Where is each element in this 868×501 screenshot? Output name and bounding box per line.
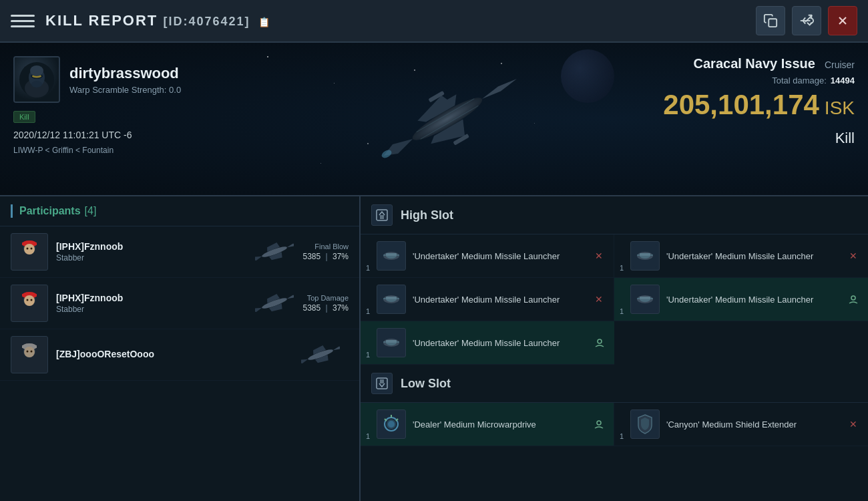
list-item[interactable]: 1 'Undertaker' Medium Missile Launcher [614, 278, 868, 321]
svg-point-10 [31, 81, 42, 88]
svg-marker-30 [287, 242, 294, 248]
module-icon [630, 241, 660, 271]
module-count: 1 [366, 351, 370, 359]
svg-point-51 [27, 351, 29, 353]
ship-area [227, 43, 668, 195]
participant-stats: Final Blow 5385 | 37% [302, 242, 349, 261]
low-slot-icon [371, 373, 393, 394]
damage-row: Total damage: 14494 [772, 75, 855, 86]
avatar [11, 285, 48, 322]
svg-point-52 [31, 351, 33, 353]
participants-panel[interactable]: Participants [4] [IPH [0, 196, 361, 501]
menu-icon[interactable] [11, 9, 35, 33]
module-name: 'Undertaker' Medium Missile Launcher [413, 295, 586, 305]
module-icon [377, 409, 406, 439]
ship-thumbnail [300, 341, 341, 368]
svg-point-40 [31, 299, 33, 301]
damage-value: 5385 [302, 252, 320, 261]
svg-marker-54 [333, 345, 340, 351]
module-icon [377, 241, 406, 271]
close-button[interactable] [828, 6, 857, 35]
list-item[interactable]: 1 'Canyon' Medium Shield Extender ✕ [614, 403, 868, 446]
participant-stats: Top Damage 5385 | 37% [302, 294, 349, 313]
kill-date: 2020/12/12 11:01:21 UTC -6 [13, 130, 214, 140]
list-item[interactable]: [IPHX]Fznnoob Stabber Top Damage [0, 278, 359, 329]
svg-marker-31 [255, 255, 262, 262]
header: KILL REPORT [ID:4076421] 📋 [0, 0, 868, 43]
svg-point-28 [31, 248, 33, 250]
module-icon [630, 409, 660, 439]
participant-name: [IPHX]Fznnoob [56, 293, 246, 303]
avatar [11, 336, 48, 373]
svg-rect-59 [380, 215, 384, 219]
copy-icon[interactable]: 📋 [258, 17, 271, 27]
ship-thumbnail [254, 290, 294, 317]
list-item[interactable]: 1 'Undertaker' Medium Missile Launcher [361, 321, 614, 365]
list-item[interactable]: 1 'Undertaker' Medium Missile Launcher ✕ [361, 278, 614, 321]
info-right: Caracal Navy Issue Cruiser Total damage:… [668, 43, 868, 195]
module-count: 1 [620, 432, 624, 440]
module-status-icon [593, 336, 606, 349]
total-damage-label: Total damage: [772, 75, 827, 86]
high-slot-icon [371, 204, 393, 226]
slots-panel[interactable]: High Slot 1 'Undertaker' Medium Missile … [361, 196, 868, 501]
list-item[interactable]: [IPHX]Fznnoob Stabber Final Blow [0, 226, 359, 278]
total-damage-value: 14494 [831, 75, 855, 86]
isk-row: 205,101,174 ISK [663, 90, 855, 120]
list-item[interactable]: 1 'Undertaker' Medium Missile Launcher ✕ [614, 234, 868, 278]
participant-name: [ZBJ]oooOResetOooo [56, 349, 292, 359]
svg-rect-89 [383, 341, 386, 343]
module-name: 'Undertaker' Medium Missile Launcher [413, 251, 586, 261]
module-count: 1 [620, 307, 624, 315]
list-item[interactable]: [ZBJ]oooOResetOooo [0, 329, 359, 381]
svg-marker-43 [255, 306, 262, 313]
module-count: 1 [366, 307, 370, 315]
svg-rect-83 [650, 298, 653, 299]
svg-point-100 [387, 420, 396, 429]
svg-rect-70 [637, 255, 640, 256]
svg-rect-82 [637, 298, 640, 299]
avatar [13, 56, 60, 103]
main-content: Participants [4] [IPH [0, 196, 868, 501]
module-count: 1 [366, 264, 370, 272]
svg-rect-90 [397, 341, 399, 343]
participant-name: [IPHX]Fznnoob [56, 241, 246, 252]
svg-point-91 [598, 339, 602, 343]
isk-label: ISK [825, 98, 855, 119]
module-name: 'Undertaker' Medium Missile Launcher [666, 251, 840, 261]
list-item[interactable]: 1 'Undertaker' Medium Missile Launcher ✕ [361, 234, 614, 278]
ship-name: Caracal Navy Issue [694, 56, 815, 71]
info-left: dirtybrasswood Warp Scramble Strength: 0… [0, 43, 227, 195]
kill-label: Kill [13, 111, 35, 123]
percent-value: 37% [333, 252, 349, 261]
header-actions [756, 6, 857, 35]
percent-value: 37% [333, 303, 349, 313]
svg-rect-77 [397, 298, 399, 299]
svg-point-50 [24, 347, 35, 357]
participant-info: [IPHX]Fznnoob Stabber [56, 293, 246, 314]
svg-rect-93 [380, 379, 384, 383]
module-name: 'Undertaker' Medium Missile Launcher [413, 338, 586, 348]
blow-label: Final Blow [302, 242, 349, 251]
low-slot-header: Low Slot [361, 365, 868, 403]
module-status-icon: ✕ [592, 293, 606, 306]
participant-info: [IPHX]Fznnoob Stabber [56, 241, 246, 263]
svg-point-26 [24, 244, 35, 255]
svg-rect-0 [769, 19, 777, 27]
svg-point-9 [30, 65, 43, 76]
warp-scramble: Warp Scramble Strength: 0.0 [69, 85, 181, 95]
list-item[interactable]: 1 'Dealer' Medium Microwarpdrive [361, 403, 614, 446]
copy-button[interactable] [756, 6, 785, 35]
svg-rect-71 [650, 255, 653, 256]
module-status-icon: ✕ [847, 249, 860, 263]
ship-image [361, 59, 534, 179]
share-button[interactable] [792, 6, 821, 35]
participants-title: Participants [19, 205, 81, 217]
low-slot-title: Low Slot [401, 377, 451, 391]
participant-ship: Stabber [56, 253, 246, 263]
damage-value: 5385 [302, 303, 320, 313]
participant-ship: Stabber [56, 305, 246, 314]
svg-marker-55 [301, 357, 308, 365]
svg-rect-88 [386, 340, 397, 343]
module-status-icon: ✕ [847, 418, 860, 431]
